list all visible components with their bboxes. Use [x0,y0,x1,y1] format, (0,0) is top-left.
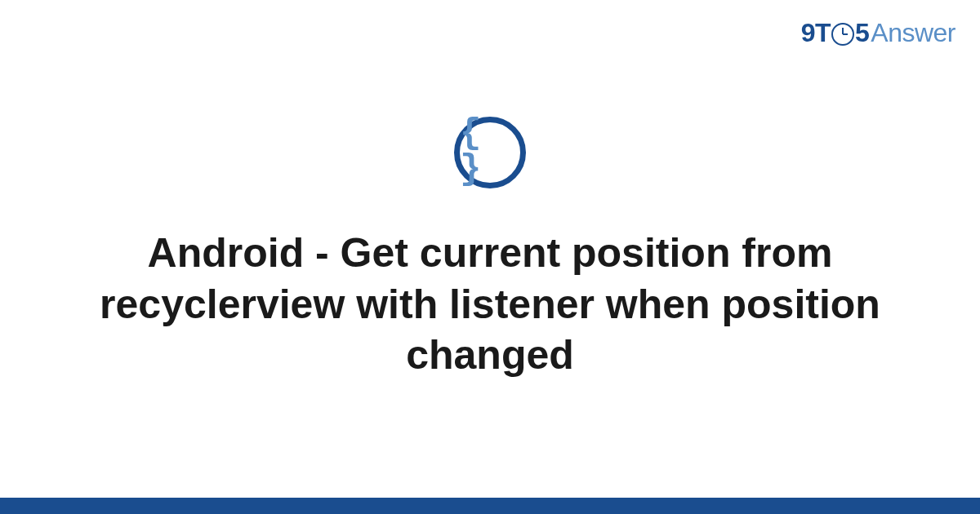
footer-bar [0,498,980,514]
code-braces-icon: { } [460,115,520,187]
category-icon-wrapper: { } [454,117,526,188]
question-title: Android - Get current position from recy… [98,228,882,381]
main-content: { } Android - Get current position from … [0,0,980,514]
